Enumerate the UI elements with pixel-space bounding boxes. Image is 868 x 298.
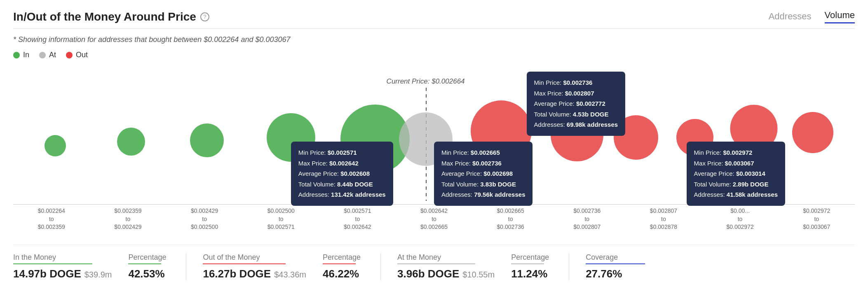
legend-dot-at <box>39 52 46 58</box>
stat-underline-coverage <box>586 263 645 264</box>
tt3-minprice: Min Price: $0.002736 <box>534 77 618 88</box>
subtitle: * Showing information for addresses that… <box>13 35 855 44</box>
legend-dot-out <box>66 52 73 58</box>
legend-label-out: Out <box>76 51 88 59</box>
tt2-volume: Total Volume: 3.83b DOGE <box>441 179 525 190</box>
x-label-9: $0.00...to$0.002972 <box>702 205 779 231</box>
x-label-5: $0.002642to$0.002665 <box>396 205 472 231</box>
stat-value-at: 3.96b DOGE <box>397 268 459 280</box>
tab-addresses[interactable]: Addresses <box>769 11 812 23</box>
header-left: In/Out of the Money Around Price ? <box>13 10 209 23</box>
bubble-red-1 <box>471 100 532 161</box>
tab-volume[interactable]: Volume <box>825 10 855 23</box>
stat-label-out-pct: Percentage <box>323 253 364 262</box>
stat-in-the-money: In the Money 14.97b DOGE $39.9m <box>13 253 128 280</box>
legend-label-in: In <box>23 51 29 59</box>
tt4-maxprice: Max Price: $0.003067 <box>694 158 778 169</box>
divider-2 <box>380 253 381 280</box>
stat-label-coverage: Coverage <box>586 253 660 262</box>
header-tabs: Addresses Volume <box>769 10 855 23</box>
tt2-maxprice: Max Price: $0.002736 <box>441 158 525 169</box>
divider-3 <box>569 253 569 280</box>
current-price-label: Current Price: $0.002664 <box>387 77 465 86</box>
legend-label-at: At <box>49 51 56 59</box>
stat-value-in: 14.97b DOGE <box>13 268 81 280</box>
x-label-7: $0.002736to$0.002807 <box>549 205 625 231</box>
stat-label-at: At the Money <box>397 253 495 262</box>
stat-label-out: Out of the Money <box>203 253 306 262</box>
stat-underline-in <box>13 263 92 264</box>
stat-out-percent-group: Percentage 46.22% <box>323 253 380 280</box>
legend: In At Out <box>13 51 855 59</box>
divider-1 <box>186 253 186 280</box>
chart-area: Current Price: $0.002664 Min Price: $0.0… <box>13 69 855 201</box>
stat-underline-out <box>203 263 285 264</box>
tt1-addresses: Addresses: 131.42k addresses <box>298 189 386 200</box>
stat-label-at-pct: Percentage <box>511 253 552 262</box>
x-label-8: $0.002807to$0.002878 <box>625 205 702 231</box>
stat-underline-in-pct <box>128 263 161 264</box>
help-icon[interactable]: ? <box>200 12 209 21</box>
legend-at: At <box>39 51 56 59</box>
bubble-2 <box>117 128 145 156</box>
bubble-red-6 <box>792 112 833 153</box>
stat-value-at-pct: 11.24% <box>511 268 552 280</box>
x-axis: $0.002264to$0.002359 $0.002359to$0.00242… <box>13 204 855 231</box>
bubble-red-2 <box>551 109 603 161</box>
tt4-volume: Total Volume: 2.89b DOGE <box>694 179 778 190</box>
bubble-3 <box>190 123 224 157</box>
page-title: In/Out of the Money Around Price <box>13 10 196 23</box>
bubble-4 <box>267 113 315 162</box>
stat-underline-at <box>397 263 475 264</box>
bubble-gray <box>399 112 453 166</box>
x-label-2: $0.002429to$0.002500 <box>166 205 243 231</box>
stat-label-in-pct: Percentage <box>128 253 169 262</box>
x-label-0: $0.002264to$0.002359 <box>13 205 90 231</box>
tt2-avgprice: Average Price: $0.002698 <box>441 168 525 179</box>
stat-underline-at-pct <box>511 263 544 264</box>
stats-row: In the Money 14.97b DOGE $39.9m Percenta… <box>13 244 855 280</box>
tt2-addresses: Addresses: 79.56k addresses <box>441 189 525 200</box>
stat-underline-out-pct <box>323 263 356 264</box>
stat-at-percent-group: Percentage 11.24% <box>511 253 569 280</box>
stat-out-the-money: Out of the Money 16.27b DOGE $43.36m <box>203 253 323 280</box>
main-container: In/Out of the Money Around Price ? Addre… <box>0 0 868 290</box>
x-label-10: $0.002972to$0.003067 <box>778 205 855 231</box>
legend-out: Out <box>66 51 88 59</box>
x-label-4: $0.002571to$0.002642 <box>319 205 396 231</box>
stat-value-coverage: 27.76% <box>586 268 660 280</box>
bubble-1 <box>45 135 66 156</box>
tt4-avgprice: Average Price: $0.003014 <box>694 168 778 179</box>
stat-secondary-out: $43.36m <box>274 270 306 279</box>
bubble-red-3 <box>614 115 658 160</box>
x-label-6: $0.002665to$0.002736 <box>472 205 549 231</box>
stat-in-percent-group: Percentage 42.53% <box>128 253 186 280</box>
stat-value-in-pct: 42.53% <box>128 268 169 280</box>
bubble-red-5 <box>730 105 777 152</box>
stat-label-in: In the Money <box>13 253 112 262</box>
tt3-avgprice: Average Price: $0.002772 <box>534 98 618 109</box>
stat-value-out: 16.27b DOGE <box>203 268 271 280</box>
bubble-red-4 <box>676 119 713 156</box>
stat-secondary-in: $39.9m <box>84 270 112 279</box>
stat-at-the-money: At the Money 3.96b DOGE $10.55m <box>397 253 511 280</box>
x-label-3: $0.002500to$0.002571 <box>243 205 319 231</box>
tt3-maxprice: Max Price: $0.002807 <box>534 88 618 99</box>
header: In/Out of the Money Around Price ? Addre… <box>13 10 855 29</box>
tt4-addresses: Addresses: 41.58k addresses <box>694 189 778 200</box>
stat-coverage: Coverage 27.76% <box>586 253 676 280</box>
stat-secondary-at: $10.55m <box>462 270 495 279</box>
legend-dot-in <box>13 52 20 58</box>
legend-in: In <box>13 51 29 59</box>
stat-value-out-pct: 46.22% <box>323 268 364 280</box>
x-label-1: $0.002359to$0.002429 <box>90 205 167 231</box>
tt1-volume: Total Volume: 8.44b DOGE <box>298 179 386 190</box>
